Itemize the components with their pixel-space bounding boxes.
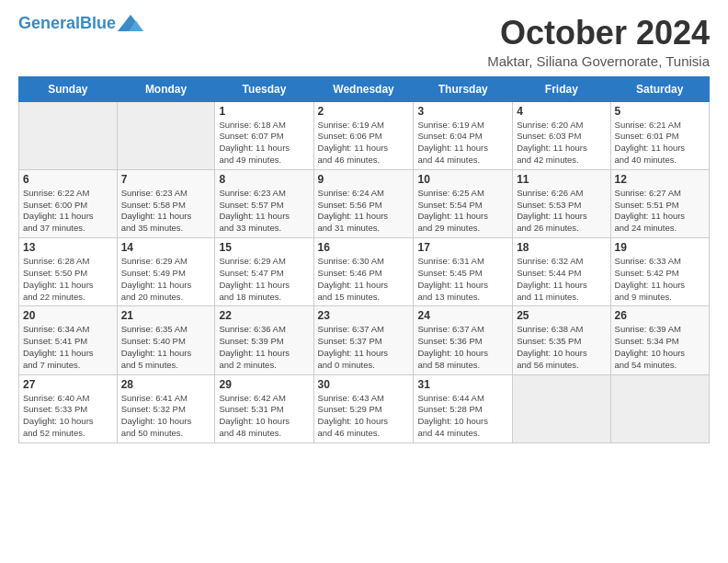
day-info: Sunrise: 6:19 AMSunset: 6:04 PMDaylight:…: [417, 120, 508, 167]
calendar-cell: 5Sunrise: 6:21 AMSunset: 6:01 PMDaylight…: [610, 101, 709, 169]
day-number: 16: [318, 241, 410, 254]
day-number: 19: [615, 241, 705, 254]
day-info: Sunrise: 6:26 AMSunset: 5:53 PMDaylight:…: [517, 188, 606, 235]
day-info: Sunrise: 6:42 AMSunset: 5:31 PMDaylight:…: [219, 393, 309, 440]
day-number: 14: [121, 241, 211, 254]
day-number: 1: [219, 105, 309, 118]
calendar-cell: 21Sunrise: 6:35 AMSunset: 5:40 PMDayligh…: [117, 306, 215, 374]
day-info: Sunrise: 6:32 AMSunset: 5:44 PMDaylight:…: [517, 256, 606, 303]
calendar-cell: 26Sunrise: 6:39 AMSunset: 5:34 PMDayligh…: [610, 306, 709, 374]
day-info: Sunrise: 6:35 AMSunset: 5:40 PMDaylight:…: [121, 324, 211, 371]
logo: GeneralBlue: [18, 15, 143, 33]
day-number: 21: [121, 309, 211, 322]
day-number: 8: [219, 173, 309, 186]
calendar-cell: 10Sunrise: 6:25 AMSunset: 5:54 PMDayligh…: [414, 169, 513, 237]
day-number: 31: [417, 378, 508, 391]
day-number: 7: [121, 173, 211, 186]
day-info: Sunrise: 6:40 AMSunset: 5:33 PMDaylight:…: [23, 393, 113, 440]
day-info: Sunrise: 6:23 AMSunset: 5:57 PMDaylight:…: [219, 188, 309, 235]
calendar-cell: 28Sunrise: 6:41 AMSunset: 5:32 PMDayligh…: [117, 374, 215, 442]
calendar-cell: [610, 374, 709, 442]
day-info: Sunrise: 6:28 AMSunset: 5:50 PMDaylight:…: [23, 256, 113, 303]
week-row-1: 1Sunrise: 6:18 AMSunset: 6:07 PMDaylight…: [19, 101, 710, 169]
day-number: 13: [23, 241, 113, 254]
day-info: Sunrise: 6:36 AMSunset: 5:39 PMDaylight:…: [219, 324, 309, 371]
day-info: Sunrise: 6:21 AMSunset: 6:01 PMDaylight:…: [615, 120, 705, 167]
day-info: Sunrise: 6:41 AMSunset: 5:32 PMDaylight:…: [121, 393, 211, 440]
day-number: 6: [23, 173, 113, 186]
page: GeneralBlue October 2024 Maktar, Siliana…: [0, 0, 728, 563]
day-info: Sunrise: 6:39 AMSunset: 5:34 PMDaylight:…: [615, 324, 705, 371]
column-header-sunday: Sunday: [19, 76, 118, 101]
day-number: 24: [417, 309, 508, 322]
day-info: Sunrise: 6:37 AMSunset: 5:36 PMDaylight:…: [417, 324, 508, 371]
day-info: Sunrise: 6:29 AMSunset: 5:47 PMDaylight:…: [219, 256, 309, 303]
day-info: Sunrise: 6:19 AMSunset: 6:06 PMDaylight:…: [318, 120, 410, 167]
column-header-friday: Friday: [513, 76, 610, 101]
day-info: Sunrise: 6:34 AMSunset: 5:41 PMDaylight:…: [23, 324, 113, 371]
day-number: 23: [318, 309, 410, 322]
calendar-cell: 15Sunrise: 6:29 AMSunset: 5:47 PMDayligh…: [215, 238, 313, 306]
day-info: Sunrise: 6:33 AMSunset: 5:42 PMDaylight:…: [615, 256, 705, 303]
day-info: Sunrise: 6:29 AMSunset: 5:49 PMDaylight:…: [121, 256, 211, 303]
day-number: 15: [219, 241, 309, 254]
calendar-cell: [513, 374, 610, 442]
calendar-cell: 20Sunrise: 6:34 AMSunset: 5:41 PMDayligh…: [19, 306, 118, 374]
calendar-cell: 22Sunrise: 6:36 AMSunset: 5:39 PMDayligh…: [215, 306, 313, 374]
calendar-cell: 11Sunrise: 6:26 AMSunset: 5:53 PMDayligh…: [513, 169, 610, 237]
column-header-tuesday: Tuesday: [215, 76, 313, 101]
day-number: 10: [417, 173, 508, 186]
calendar-cell: 18Sunrise: 6:32 AMSunset: 5:44 PMDayligh…: [513, 238, 610, 306]
day-info: Sunrise: 6:25 AMSunset: 5:54 PMDaylight:…: [417, 188, 508, 235]
calendar-cell: 1Sunrise: 6:18 AMSunset: 6:07 PMDaylight…: [215, 101, 313, 169]
calendar-header-row: SundayMondayTuesdayWednesdayThursdayFrid…: [19, 76, 710, 101]
day-info: Sunrise: 6:37 AMSunset: 5:37 PMDaylight:…: [318, 324, 410, 371]
calendar-cell: 23Sunrise: 6:37 AMSunset: 5:37 PMDayligh…: [313, 306, 414, 374]
day-number: 3: [417, 105, 508, 118]
day-info: Sunrise: 6:43 AMSunset: 5:29 PMDaylight:…: [318, 393, 410, 440]
day-info: Sunrise: 6:24 AMSunset: 5:56 PMDaylight:…: [318, 188, 410, 235]
calendar-cell: 16Sunrise: 6:30 AMSunset: 5:46 PMDayligh…: [313, 238, 414, 306]
calendar-cell: 25Sunrise: 6:38 AMSunset: 5:35 PMDayligh…: [513, 306, 610, 374]
calendar-cell: 9Sunrise: 6:24 AMSunset: 5:56 PMDaylight…: [313, 169, 414, 237]
day-number: 4: [517, 105, 606, 118]
calendar-cell: 3Sunrise: 6:19 AMSunset: 6:04 PMDaylight…: [414, 101, 513, 169]
day-number: 29: [219, 378, 309, 391]
calendar-cell: 2Sunrise: 6:19 AMSunset: 6:06 PMDaylight…: [313, 101, 414, 169]
logo-text: GeneralBlue: [18, 15, 116, 33]
calendar-cell: 30Sunrise: 6:43 AMSunset: 5:29 PMDayligh…: [313, 374, 414, 442]
day-info: Sunrise: 6:44 AMSunset: 5:28 PMDaylight:…: [417, 393, 508, 440]
calendar-cell: 29Sunrise: 6:42 AMSunset: 5:31 PMDayligh…: [215, 374, 313, 442]
title-block: October 2024 Maktar, Siliana Governorate…: [487, 15, 710, 69]
day-number: 5: [615, 105, 705, 118]
day-info: Sunrise: 6:38 AMSunset: 5:35 PMDaylight:…: [517, 324, 606, 371]
week-row-3: 13Sunrise: 6:28 AMSunset: 5:50 PMDayligh…: [19, 238, 710, 306]
day-info: Sunrise: 6:27 AMSunset: 5:51 PMDaylight:…: [615, 188, 705, 235]
week-row-4: 20Sunrise: 6:34 AMSunset: 5:41 PMDayligh…: [19, 306, 710, 374]
calendar-cell: 7Sunrise: 6:23 AMSunset: 5:58 PMDaylight…: [117, 169, 215, 237]
day-number: 20: [23, 309, 113, 322]
calendar-cell: 4Sunrise: 6:20 AMSunset: 6:03 PMDaylight…: [513, 101, 610, 169]
calendar-cell: [19, 101, 118, 169]
calendar-cell: 19Sunrise: 6:33 AMSunset: 5:42 PMDayligh…: [610, 238, 709, 306]
week-row-5: 27Sunrise: 6:40 AMSunset: 5:33 PMDayligh…: [19, 374, 710, 442]
calendar-cell: 8Sunrise: 6:23 AMSunset: 5:57 PMDaylight…: [215, 169, 313, 237]
day-number: 11: [517, 173, 606, 186]
calendar-cell: 17Sunrise: 6:31 AMSunset: 5:45 PMDayligh…: [414, 238, 513, 306]
day-info: Sunrise: 6:23 AMSunset: 5:58 PMDaylight:…: [121, 188, 211, 235]
logo-icon: [118, 13, 143, 33]
calendar-cell: [117, 101, 215, 169]
column-header-thursday: Thursday: [414, 76, 513, 101]
day-number: 17: [417, 241, 508, 254]
day-info: Sunrise: 6:22 AMSunset: 6:00 PMDaylight:…: [23, 188, 113, 235]
day-number: 9: [318, 173, 410, 186]
location-title: Maktar, Siliana Governorate, Tunisia: [487, 53, 710, 69]
day-info: Sunrise: 6:18 AMSunset: 6:07 PMDaylight:…: [219, 120, 309, 167]
calendar-cell: 31Sunrise: 6:44 AMSunset: 5:28 PMDayligh…: [414, 374, 513, 442]
day-number: 27: [23, 378, 113, 391]
calendar-table: SundayMondayTuesdayWednesdayThursdayFrid…: [18, 76, 710, 443]
day-number: 22: [219, 309, 309, 322]
month-title: October 2024: [487, 15, 710, 52]
calendar-cell: 14Sunrise: 6:29 AMSunset: 5:49 PMDayligh…: [117, 238, 215, 306]
calendar-cell: 24Sunrise: 6:37 AMSunset: 5:36 PMDayligh…: [414, 306, 513, 374]
